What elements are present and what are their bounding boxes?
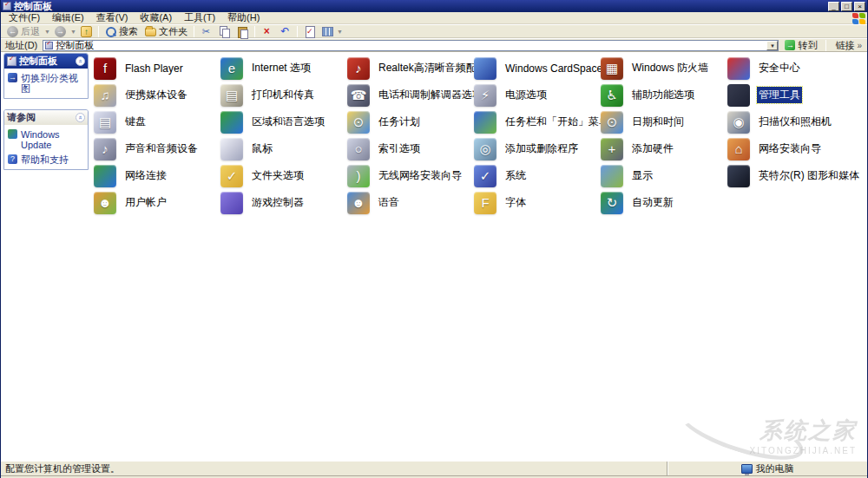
control-panel-item-user-accounts[interactable]: ☻用户帐户: [92, 189, 219, 216]
panel-control-panel-header[interactable]: 控制面板 »: [4, 54, 88, 69]
panel-see-also: 请参阅 » Windows Update?帮助和支持: [3, 109, 89, 170]
toolbar-separator: [194, 26, 194, 37]
control-panel-item-indexing-options[interactable]: ○索引选项: [345, 135, 472, 162]
folders-button[interactable]: 文件夹: [141, 25, 191, 38]
control-panel-item-network-setup-wizard[interactable]: ⌂网络安装向导: [726, 135, 867, 162]
control-panel-item-fonts[interactable]: F字体: [472, 189, 599, 216]
content-area: 控制面板 » →切换到分类视图 请参阅 » Windows Update?帮助和…: [1, 53, 867, 461]
chevron-up-icon[interactable]: »: [76, 56, 85, 66]
windows-firewall-icon: ▦: [601, 57, 623, 80]
up-button[interactable]: ↑: [77, 25, 95, 38]
taskbar-and-start-menu-icon: [474, 111, 496, 134]
wireless-network-setup-wizard-icon: ): [347, 165, 370, 187]
title-bar: 控制面板 _ □ ×: [1, 0, 867, 12]
mouse-icon: [220, 138, 243, 160]
address-value: 控制面板: [56, 39, 764, 52]
control-panel-item-label: 键盘: [123, 114, 148, 130]
go-icon: →: [785, 40, 795, 50]
minimize-button[interactable]: _: [828, 2, 839, 11]
back-dropdown[interactable]: ▼: [43, 29, 51, 35]
control-panel-item-automatic-updates[interactable]: ↻自动更新: [599, 189, 726, 216]
paste-button[interactable]: [233, 25, 252, 38]
control-panel-item-folder-options[interactable]: ✓文件夹选项: [219, 162, 345, 189]
control-panel-item-add-or-remove-programs[interactable]: ◎添加或删除程序: [472, 135, 599, 162]
regional-and-language-options-icon: [220, 111, 243, 134]
control-panel-item-add-hardware[interactable]: +添加硬件: [599, 135, 726, 162]
add-or-remove-programs-icon: ◎: [474, 138, 496, 160]
control-panel-item-windows-cardspace[interactable]: Windows CardSpace: [472, 55, 599, 82]
delete-button[interactable]: ×: [258, 25, 276, 38]
control-panel-item-windows-firewall[interactable]: ▦Windows 防火墙: [599, 55, 726, 82]
control-panel-item-wireless-network-setup-wizard[interactable]: )无线网络安装向导: [345, 162, 472, 189]
search-button[interactable]: 搜索: [102, 25, 141, 38]
forward-dropdown[interactable]: ▼: [69, 29, 77, 35]
control-panel-item-network-connections[interactable]: 网络连接: [92, 162, 219, 189]
control-panel-item-label: 英特尔(R) 图形和媒体: [757, 167, 861, 184]
undo-button[interactable]: ↶: [276, 25, 294, 38]
control-panel-item-keyboard[interactable]: ▤键盘: [92, 108, 219, 135]
views-button[interactable]: ▼: [319, 25, 347, 38]
grid-column: ♪Realtek高清晰音频配置☎电话和调制解调器选项⊙任务计划○索引选项)无线网…: [345, 55, 472, 216]
address-input[interactable]: 控制面板 ▼: [43, 40, 779, 51]
task-link-switch-to-category-view[interactable]: →切换到分类视图: [8, 73, 84, 94]
control-panel-item-display[interactable]: 显示: [599, 162, 726, 189]
add-hardware-icon: +: [601, 138, 623, 160]
control-panel-item-mouse[interactable]: 鼠标: [219, 135, 345, 162]
maximize-button[interactable]: □: [841, 2, 852, 11]
control-panel-item-accessibility-options[interactable]: ♿辅助功能选项: [599, 82, 726, 108]
control-panel-item-label: 显示: [630, 167, 654, 184]
control-panel-item-game-controllers[interactable]: 游戏控制器: [219, 189, 345, 216]
control-panel-item-label: 系统: [503, 167, 528, 184]
back-button[interactable]: ← 后退: [3, 25, 43, 38]
menu-file[interactable]: 文件(F): [3, 12, 46, 23]
menu-favorites[interactable]: 收藏(A): [134, 12, 178, 23]
forward-button[interactable]: →: [51, 25, 69, 38]
address-label: 地址(D): [3, 39, 40, 52]
menu-view[interactable]: 查看(V): [90, 12, 135, 23]
menu-edit[interactable]: 编辑(E): [46, 12, 90, 23]
cut-button[interactable]: ✂: [197, 25, 215, 38]
copy-button[interactable]: [215, 25, 233, 38]
grid-column: Windows CardSpace⚡电源选项任务栏和「开始」菜单◎添加或删除程序…: [472, 55, 599, 216]
control-panel-item-system[interactable]: ✓系统: [472, 162, 599, 189]
administrative-tools-icon: [727, 84, 750, 107]
task-link-windows-update[interactable]: Windows Update: [8, 129, 84, 150]
control-panel-item-scheduled-tasks[interactable]: ⊙任务计划: [345, 108, 472, 135]
control-panel-item-label: 用户帐户: [123, 194, 168, 211]
control-panel-item-date-and-time[interactable]: ⊙日期和时间: [599, 108, 726, 135]
control-panel-item-sounds-and-audio-devices[interactable]: ♪声音和音频设备: [92, 135, 219, 162]
properties-icon: [304, 26, 315, 37]
control-panel-item-power-options[interactable]: ⚡电源选项: [472, 82, 599, 108]
control-panel-item-label: 索引选项: [377, 141, 422, 157]
panel-see-also-header[interactable]: 请参阅 »: [4, 110, 88, 125]
links-button[interactable]: 链接 »: [832, 39, 865, 52]
control-panel-item-internet-options[interactable]: eInternet 选项: [219, 55, 345, 82]
task-link-help-and-support[interactable]: ?帮助和支持: [8, 154, 84, 165]
menu-help[interactable]: 帮助(H): [221, 12, 266, 23]
properties-button[interactable]: [300, 25, 319, 38]
windows-logo-icon: [852, 12, 865, 24]
control-panel-item-scanners-and-cameras[interactable]: ◉扫描仪和照相机: [726, 108, 867, 135]
internet-options-icon: e: [220, 57, 243, 80]
control-panel-item-printers-and-faxes[interactable]: ▤打印机和传真: [219, 82, 345, 108]
control-panel-item-phone-and-modem-options[interactable]: ☎电话和调制解调器选项: [345, 82, 472, 108]
close-button[interactable]: ×: [854, 2, 865, 11]
control-panel-item-speech[interactable]: ☻语音: [345, 189, 472, 216]
control-panel-item-flash-player[interactable]: fFlash Player: [92, 55, 219, 82]
control-panel-item-administrative-tools[interactable]: 管理工具: [726, 82, 867, 108]
status-zone: 我的电脑: [667, 462, 867, 475]
control-panel-item-realtek-hd-audio-config[interactable]: ♪Realtek高清晰音频配置: [345, 55, 472, 82]
menu-tools[interactable]: 工具(T): [178, 12, 221, 23]
control-panel-item-taskbar-and-start-menu[interactable]: 任务栏和「开始」菜单: [472, 108, 599, 135]
control-panel-item-regional-and-language-options[interactable]: 区域和语言选项: [219, 108, 345, 135]
control-panel-item-intel-graphics-and-media[interactable]: 英特尔(R) 图形和媒体: [726, 162, 867, 189]
cut-icon: ✂: [201, 26, 212, 37]
chevron-up-icon[interactable]: »: [76, 113, 85, 122]
grid-column: eInternet 选项▤打印机和传真区域和语言选项鼠标✓文件夹选项游戏控制器: [219, 55, 345, 216]
control-panel-item-portable-media-devices[interactable]: ♫便携媒体设备: [92, 82, 219, 108]
control-panel-item-security-center[interactable]: 安全中心: [726, 55, 867, 82]
go-button[interactable]: → 转到: [781, 39, 820, 52]
control-panel-item-label: 声音和音频设备: [123, 141, 200, 157]
control-panel-item-label: 自动更新: [630, 194, 675, 211]
address-dropdown[interactable]: ▼: [766, 41, 778, 50]
